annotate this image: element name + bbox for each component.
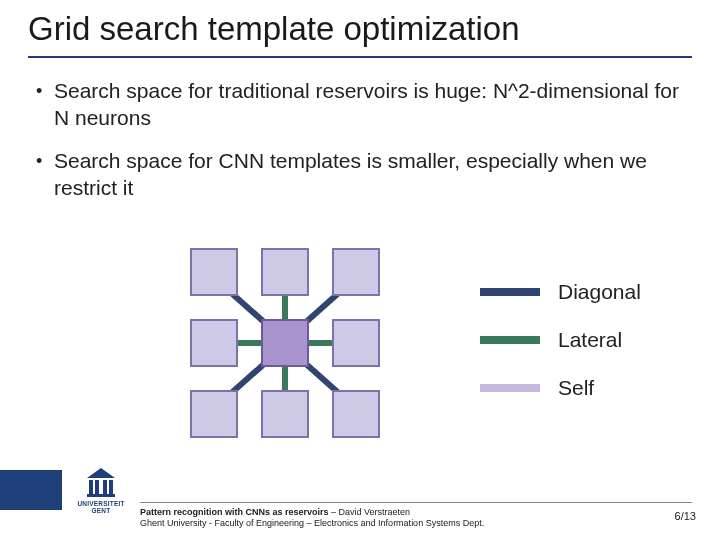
legend-label: Self — [558, 376, 594, 400]
grid-cell-center — [261, 319, 309, 367]
footer-author: – David Verstraeten — [329, 507, 411, 517]
title-underline — [28, 56, 692, 58]
svg-rect-11 — [109, 480, 113, 494]
legend: Diagonal Lateral Self — [480, 268, 641, 412]
footer-title-bold: Pattern recognition with CNNs as reservo… — [140, 507, 329, 517]
university-logo: UNIVERSITEIT GENT — [72, 466, 130, 514]
svg-rect-12 — [87, 494, 115, 497]
bullet-text: Search space for traditional reservoirs … — [54, 78, 686, 132]
svg-rect-8 — [89, 480, 93, 494]
legend-item-diagonal: Diagonal — [480, 268, 641, 316]
svg-rect-10 — [103, 480, 107, 494]
legend-item-lateral: Lateral — [480, 316, 641, 364]
bullet-list: • Search space for traditional reservoir… — [36, 78, 686, 218]
slide-title: Grid search template optimization — [28, 10, 520, 48]
grid-cell — [332, 390, 380, 438]
svg-marker-13 — [87, 468, 115, 478]
page-number: 6/13 — [675, 510, 696, 522]
cnn-grid-diagram — [180, 248, 390, 438]
legend-swatch-lateral — [480, 336, 540, 344]
slide: Grid search template optimization • Sear… — [0, 0, 720, 540]
footer-accent-bar — [0, 470, 62, 510]
grid-cell — [190, 248, 238, 296]
footer-divider — [140, 502, 692, 503]
logo-icon — [85, 466, 117, 498]
legend-label: Diagonal — [558, 280, 641, 304]
legend-swatch-diagonal — [480, 288, 540, 296]
bullet-item: • Search space for traditional reservoir… — [36, 78, 686, 132]
footer-line-1: Pattern recognition with CNNs as reservo… — [140, 507, 484, 518]
grid-cell — [190, 319, 238, 367]
grid-cell — [261, 390, 309, 438]
footer-line-2: Ghent University - Faculty of Engineerin… — [140, 518, 484, 529]
bullet-item: • Search space for CNN templates is smal… — [36, 148, 686, 202]
grid-cell — [190, 390, 238, 438]
bullet-text: Search space for CNN templates is smalle… — [54, 148, 686, 202]
grid-cell — [332, 248, 380, 296]
bullet-dot-icon: • — [36, 148, 54, 202]
svg-rect-9 — [95, 480, 99, 494]
legend-item-self: Self — [480, 364, 641, 412]
grid-cell — [261, 248, 309, 296]
footer-text: Pattern recognition with CNNs as reservo… — [140, 507, 484, 530]
grid-cell — [332, 319, 380, 367]
legend-label: Lateral — [558, 328, 622, 352]
logo-text: UNIVERSITEIT GENT — [72, 500, 130, 514]
legend-swatch-self — [480, 384, 540, 392]
bullet-dot-icon: • — [36, 78, 54, 132]
